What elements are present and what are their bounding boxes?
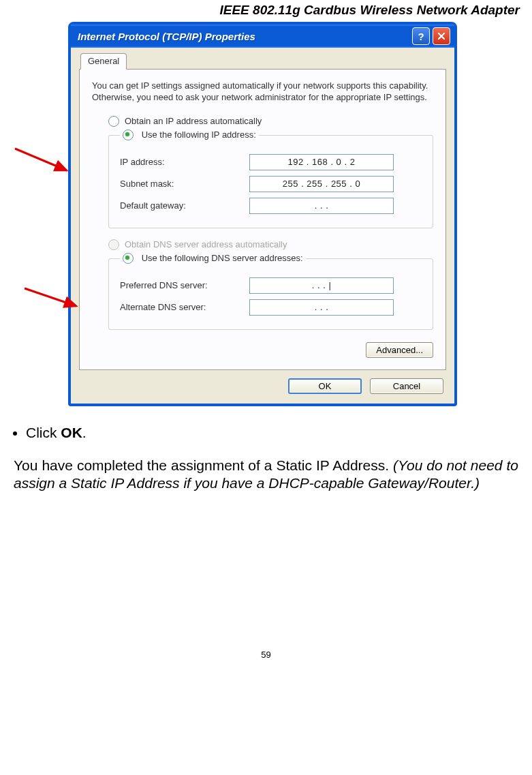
- radio-label: Obtain DNS server address automatically: [125, 239, 287, 249]
- description-text: You can get IP settings assigned automat…: [92, 80, 433, 104]
- dialog-titlebar: Internet Protocol (TCP/IP) Properties ?: [71, 25, 454, 48]
- close-button[interactable]: [433, 27, 450, 45]
- bullet-text-suffix: .: [82, 425, 87, 440]
- document-page: IEEE 802.11g Cardbus Wireless Network Ad…: [0, 0, 532, 671]
- field-alternate-dns: Alternate DNS server: . . .: [120, 299, 422, 316]
- ok-button[interactable]: OK: [288, 378, 362, 394]
- radio-icon: [108, 239, 119, 250]
- radio-icon: [108, 116, 119, 127]
- radio-icon: [123, 253, 134, 264]
- ip-address-label: IP address:: [120, 157, 249, 167]
- instruction-bullet: Click OK.: [26, 424, 518, 442]
- svg-line-0: [15, 149, 67, 170]
- bullet-text-bold: OK: [61, 425, 82, 440]
- para-plain: You have completed the assignment of a S…: [14, 457, 393, 473]
- dialog-title: Internet Protocol (TCP/IP) Properties: [75, 31, 409, 42]
- dialog-action-row: OK Cancel: [79, 370, 446, 394]
- dialog-container: Internet Protocol (TCP/IP) Properties ? …: [68, 22, 457, 406]
- advanced-button-row: Advanced...: [92, 341, 433, 357]
- instruction-text: Click OK. You have completed the assignm…: [0, 406, 532, 493]
- alternate-dns-input[interactable]: . . .: [249, 299, 394, 316]
- radio-obtain-dns: Obtain DNS server address automatically: [108, 239, 433, 250]
- advanced-button[interactable]: Advanced...: [366, 342, 433, 358]
- dialog-body: General You can get IP settings assigned…: [71, 48, 454, 404]
- page-header: IEEE 802.11g Cardbus Wireless Network Ad…: [0, 0, 532, 20]
- field-subnet-mask: Subnet mask: 255 . 255 . 255 . 0: [120, 176, 422, 192]
- field-ip-address: IP address: 192 . 168 . 0 . 2: [120, 154, 422, 170]
- cancel-button[interactable]: Cancel: [370, 378, 443, 394]
- ip-address-input[interactable]: 192 . 168 . 0 . 2: [249, 154, 394, 170]
- radio-label: Use the following DNS server addresses:: [142, 253, 303, 263]
- tab-general[interactable]: General: [80, 53, 127, 70]
- radio-label: Obtain an IP address automatically: [125, 116, 262, 126]
- tab-panel-general: You can get IP settings assigned automat…: [79, 69, 446, 370]
- subnet-mask-input[interactable]: 255 . 255 . 255 . 0: [249, 176, 394, 192]
- alternate-dns-label: Alternate DNS server:: [120, 302, 249, 312]
- page-number: 59: [0, 500, 532, 671]
- properties-dialog: Internet Protocol (TCP/IP) Properties ? …: [68, 22, 457, 406]
- tab-strip: General: [79, 53, 446, 70]
- completion-paragraph: You have completed the assignment of a S…: [14, 457, 518, 493]
- ip-address-group: Use the following IP address: IP address…: [108, 130, 433, 228]
- subnet-mask-label: Subnet mask:: [120, 179, 249, 189]
- preferred-dns-input[interactable]: . . . |: [249, 277, 394, 294]
- bullet-text-prefix: Click: [26, 425, 61, 440]
- help-button[interactable]: ?: [412, 27, 430, 45]
- default-gateway-label: Default gateway:: [120, 200, 249, 211]
- radio-obtain-ip[interactable]: Obtain an IP address automatically: [108, 116, 433, 127]
- default-gateway-input[interactable]: . . .: [249, 198, 394, 214]
- field-preferred-dns: Preferred DNS server: . . . |: [120, 277, 422, 294]
- radio-use-dns[interactable]: Use the following DNS server addresses:: [120, 253, 306, 265]
- dns-group: Use the following DNS server addresses: …: [108, 253, 433, 330]
- radio-use-ip[interactable]: Use the following IP address:: [120, 130, 259, 142]
- preferred-dns-label: Preferred DNS server:: [120, 280, 249, 290]
- field-default-gateway: Default gateway: . . .: [120, 198, 422, 214]
- close-icon: [437, 32, 445, 40]
- radio-icon: [123, 130, 134, 140]
- radio-label: Use the following IP address:: [142, 130, 256, 140]
